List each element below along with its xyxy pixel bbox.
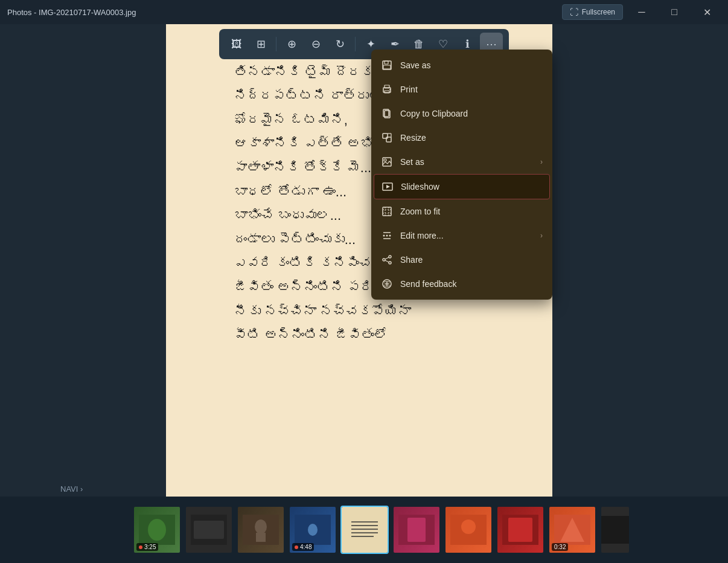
- svg-rect-51: [407, 518, 426, 542]
- filmstrip-item-2[interactable]: [185, 506, 233, 554]
- svg-rect-44: [346, 515, 383, 545]
- share-icon: [381, 254, 393, 266]
- svg-rect-58: [601, 516, 629, 544]
- menu-item-resize[interactable]: Resize: [371, 126, 552, 150]
- filmstrip-duration-4: 4:48: [292, 543, 314, 551]
- menu-item-share[interactable]: Share: [371, 248, 552, 272]
- filmstrip: 3:25 4:48: [0, 497, 728, 563]
- toolbar-divider-2: [355, 37, 356, 51]
- copy-clipboard-icon: [381, 108, 393, 120]
- minimize-icon: ─: [638, 7, 645, 18]
- svg-point-22: [383, 235, 385, 237]
- svg-line-30: [385, 257, 389, 259]
- zoom-out-button[interactable]: ⊖: [304, 33, 327, 56]
- zoom-to-fit-icon: [381, 205, 393, 217]
- context-menu: Save as Print Copy to Clipboard: [371, 50, 552, 300]
- svg-marker-16: [386, 185, 390, 188]
- title-bar: Photos - IMG-20210717-WA0003.jpg ⛶ Fulls…: [0, 0, 728, 24]
- menu-item-slideshow[interactable]: Slideshow: [374, 174, 550, 199]
- svg-point-43: [308, 524, 318, 536]
- close-icon: ✕: [703, 7, 711, 18]
- toolbar-divider-1: [276, 37, 276, 51]
- set-as-arrow: ›: [540, 158, 543, 166]
- svg-rect-38: [194, 521, 224, 539]
- svg-point-40: [255, 520, 267, 534]
- save-as-icon: [381, 59, 393, 71]
- minimize-button[interactable]: ─: [628, 2, 656, 22]
- view-button[interactable]: 🖼: [225, 33, 248, 56]
- nav-area: NAVI ›: [60, 484, 83, 494]
- svg-rect-55: [508, 518, 532, 542]
- resize-label: Resize: [400, 133, 543, 143]
- compare-button[interactable]: ⊞: [249, 33, 272, 56]
- maximize-icon: □: [671, 7, 677, 18]
- svg-point-53: [461, 520, 476, 534]
- svg-point-28: [383, 259, 385, 261]
- send-feedback-icon: [381, 278, 393, 290]
- menu-item-send-feedback[interactable]: Send feedback: [371, 272, 552, 296]
- menu-item-copy-clipboard[interactable]: Copy to Clipboard: [371, 101, 552, 126]
- filmstrip-thumb-5: [342, 507, 388, 553]
- print-icon: [381, 83, 393, 95]
- svg-point-14: [384, 159, 386, 161]
- set-as-icon: [381, 156, 393, 168]
- filmstrip-item-7[interactable]: [444, 506, 493, 554]
- svg-rect-17: [383, 207, 391, 216]
- close-button[interactable]: ✕: [693, 2, 721, 22]
- fullscreen-label: Fullscreen: [582, 8, 615, 16]
- menu-item-set-as[interactable]: Set as ›: [371, 150, 552, 174]
- app-title: Photos - IMG-20210717-WA0003.jpg: [7, 8, 136, 17]
- menu-item-zoom-to-fit[interactable]: Zoom to fit: [371, 199, 552, 224]
- nav-label: NAVI ›: [60, 484, 83, 494]
- filmstrip-item-8[interactable]: [496, 506, 544, 554]
- copy-clipboard-label: Copy to Clipboard: [400, 109, 543, 118]
- edit-more-icon: [381, 230, 393, 242]
- filmstrip-item-1[interactable]: 3:25: [133, 506, 181, 554]
- filmstrip-thumb-3: [238, 507, 284, 553]
- filmstrip-item-10[interactable]: [600, 506, 630, 554]
- save-as-label: Save as: [400, 60, 543, 70]
- zoom-in-button[interactable]: ⊕: [280, 33, 303, 56]
- resize-icon: [381, 132, 393, 144]
- send-feedback-label: Send feedback: [400, 279, 543, 289]
- rotate-button[interactable]: ↻: [328, 33, 351, 56]
- filmstrip-item-9[interactable]: 0:32: [548, 506, 596, 554]
- filmstrip-duration-1: 3:25: [136, 543, 158, 551]
- menu-item-edit-more[interactable]: Edit more... ›: [371, 224, 552, 248]
- slideshow-icon: [382, 181, 394, 193]
- filmstrip-item-4[interactable]: 4:48: [289, 506, 337, 554]
- filmstrip-thumb-2: [186, 507, 232, 553]
- svg-point-29: [389, 262, 391, 264]
- maximize-button[interactable]: □: [660, 2, 688, 22]
- filmstrip-thumb-6: [394, 507, 439, 553]
- filmstrip-thumb-10: [601, 507, 629, 553]
- zoom-to-fit-label: Zoom to fit: [400, 207, 543, 216]
- fullscreen-button[interactable]: ⛶ Fullscreen: [562, 4, 623, 20]
- share-label: Share: [400, 255, 543, 265]
- slideshow-label: Slideshow: [401, 182, 542, 191]
- filmstrip-item-3[interactable]: [237, 506, 285, 554]
- menu-item-print[interactable]: Print: [371, 77, 552, 101]
- svg-point-24: [389, 235, 391, 237]
- svg-line-31: [385, 260, 389, 262]
- filmstrip-item-5[interactable]: [340, 506, 389, 554]
- svg-point-6: [389, 89, 391, 90]
- filmstrip-thumb-7: [445, 507, 491, 553]
- print-label: Print: [400, 85, 543, 94]
- fullscreen-icon: ⛶: [570, 7, 578, 17]
- filmstrip-item-6[interactable]: [392, 506, 441, 554]
- svg-rect-41: [256, 533, 266, 542]
- filmstrip-duration-9: 0:32: [552, 543, 568, 551]
- svg-point-23: [386, 235, 388, 237]
- svg-rect-2: [383, 65, 391, 69]
- menu-item-save-as[interactable]: Save as: [371, 53, 552, 77]
- edit-more-label: Edit more...: [400, 231, 533, 240]
- svg-point-27: [389, 256, 391, 258]
- set-as-label: Set as: [400, 157, 533, 167]
- edit-more-arrow: ›: [540, 231, 543, 240]
- svg-point-36: [148, 519, 166, 541]
- filmstrip-thumb-8: [497, 507, 543, 553]
